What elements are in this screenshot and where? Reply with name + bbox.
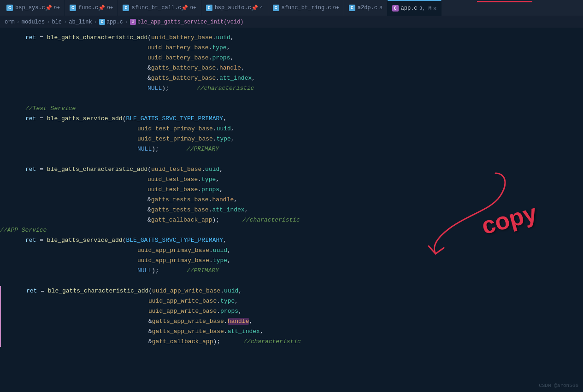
breadcrumb: orm › modules › ble › ab_link › C app.c …	[0, 16, 583, 28]
tab-label: sfunc_bt_call.c	[131, 5, 181, 11]
c-icon: C	[6, 5, 13, 11]
code-line-highlight: uuid_app_write_base.type,	[0, 296, 583, 306]
line-content: uuid_battery_base.type,	[0, 43, 578, 53]
tab-count: 3, M	[419, 6, 431, 11]
code-line-highlight: uuid_app_write_base.props,	[0, 306, 583, 316]
code-line	[0, 276, 583, 286]
pin-icon: 📌	[45, 5, 52, 12]
line-content	[0, 276, 578, 286]
c-icon: C	[273, 5, 279, 11]
tab-count: 9+	[333, 5, 339, 11]
line-content: //Test Service	[0, 104, 578, 114]
code-line: NULL);//PRIMARY	[0, 266, 583, 276]
code-line: ret = ble_gatts_characteristic_add(uuid_…	[0, 164, 583, 175]
line-content	[0, 154, 578, 164]
tab-label: bsp_sys.c	[15, 5, 45, 11]
close-icon[interactable]: ✕	[433, 5, 436, 12]
line-content: ret = ble_gatts_characteristic_add(uuid_…	[1, 286, 578, 296]
code-line: &gatts_tests_base.att_index,	[0, 205, 583, 215]
tab-label: app.c	[401, 5, 418, 12]
code-line: &gatt_callback_app);//characteristic	[0, 215, 583, 225]
code-line: &gatts_tests_base.handle,	[0, 195, 583, 205]
code-line	[0, 94, 583, 104]
tab-func[interactable]: C func.c 📌 9+	[65, 0, 118, 16]
line-content: uuid_app_primay_base.uuid,	[0, 246, 578, 256]
code-line: &gatts_battery_base.att_index,	[0, 73, 583, 83]
line-content: uuid_test_primay_base.uuid,	[0, 124, 578, 134]
line-content: &gatt_callback_app);//characteristic	[1, 337, 578, 347]
code-line: uuid_test_primay_base.uuid,	[0, 124, 583, 134]
line-content: &gatts_app_write_base.handle,	[1, 316, 578, 327]
watermark: CSDN @aron566	[539, 383, 578, 388]
tab-label: a2dp.c	[358, 5, 377, 11]
breadcrumb-app-c: app.c	[106, 19, 123, 25]
tab-count: 3	[379, 5, 383, 11]
line-content: uuid_test_base.type,	[0, 175, 578, 185]
breadcrumb-sep: ›	[64, 19, 67, 25]
code-line-highlight: &gatts_app_write_base.att_index,	[0, 327, 583, 337]
code-line: uuid_test_base.type,	[0, 175, 583, 185]
line-content: ret = ble_gatts_characteristic_add(uuid_…	[0, 164, 578, 175]
breadcrumb-sep: ›	[47, 19, 50, 25]
line-content: ret = ble_gatts_service_add(BLE_GATTS_SR…	[0, 235, 578, 246]
tab-count: 9+	[54, 5, 60, 11]
code-line-selected: &gatts_app_write_base.handle,	[0, 316, 583, 327]
code-line: ret = ble_gatts_service_add(BLE_GATTS_SR…	[0, 114, 583, 124]
code-line: uuid_test_primay_base.type,	[0, 134, 583, 144]
code-line	[0, 154, 583, 164]
line-content: &gatts_app_write_base.att_index,	[1, 327, 578, 337]
tab-bsp-audio[interactable]: C bsp_audio.c 📌 4	[201, 0, 268, 16]
line-content: uuid_battery_base.props,	[0, 53, 578, 63]
line-content: uuid_test_primay_base.type,	[0, 134, 578, 144]
tab-count: 4	[260, 5, 263, 11]
code-line-highlight: ret = ble_gatts_characteristic_add(uuid_…	[0, 286, 583, 296]
line-content: //APP Service	[0, 225, 578, 235]
tab-sfunc-bt-ring[interactable]: C sfunc_bt_ring.c 9+	[268, 0, 344, 16]
breadcrumb-sep: ›	[94, 19, 97, 25]
line-content: uuid_app_write_base.type,	[1, 296, 578, 306]
c-icon: C	[70, 5, 76, 11]
line-content: &gatts_battery_base.handle,	[0, 63, 578, 73]
line-content: &gatts_tests_base.att_index,	[0, 205, 578, 215]
breadcrumb-sep: ›	[17, 19, 20, 25]
code-line: uuid_app_primay_base.type,	[0, 256, 583, 266]
line-content: &gatts_battery_base.att_index,	[0, 73, 578, 83]
line-content: uuid_test_base.props,	[0, 185, 578, 195]
c-icon: C	[349, 5, 355, 11]
code-line: uuid_app_primay_base.uuid,	[0, 246, 583, 256]
tab-count: 9+	[107, 5, 113, 11]
c-file-icon: C	[99, 19, 105, 25]
code-line: ret = ble_gatts_characteristic_add(uuid_…	[0, 33, 583, 43]
pin-icon: 📌	[251, 5, 258, 12]
line-content: NULL);//PRIMARY	[0, 144, 578, 154]
code-line: NULL);//characteristic	[0, 83, 583, 94]
code-line: uuid_battery_base.type,	[0, 43, 583, 53]
c-icon: C	[123, 5, 129, 11]
breadcrumb-orm: orm	[5, 19, 15, 25]
line-content: ret = ble_gatts_characteristic_add(uuid_…	[0, 33, 578, 43]
pin-icon: 📌	[98, 5, 105, 12]
line-content: uuid_app_primay_base.type,	[0, 256, 578, 266]
breadcrumb-modules: modules	[22, 19, 45, 25]
tab-a2dp[interactable]: C a2dp.c 3	[344, 0, 388, 16]
tab-indicator	[477, 1, 532, 2]
code-line-highlight: &gatt_callback_app);//characteristic	[0, 337, 583, 347]
line-content: &gatts_tests_base.handle,	[0, 195, 578, 205]
tab-app[interactable]: C app.c 3, M ✕	[388, 0, 442, 16]
code-line: //Test Service	[0, 104, 583, 114]
code-line: //APP Service	[0, 225, 583, 235]
line-content: NULL);//characteristic	[0, 83, 578, 94]
code-line: NULL);//PRIMARY	[0, 144, 583, 154]
breadcrumb-sep: ›	[125, 19, 128, 25]
code-line: uuid_test_base.props,	[0, 185, 583, 195]
tab-bsp-sys[interactable]: C bsp_sys.c 📌 9+	[2, 0, 65, 16]
tab-label: sfunc_bt_ring.c	[282, 5, 331, 11]
tab-sfunc-bt-call[interactable]: C sfunc_bt_call.c 📌 9+	[118, 0, 201, 16]
pin-icon: 📌	[181, 5, 188, 12]
func-icon: ⊙	[130, 19, 136, 25]
code-editor[interactable]: ret = ble_gatts_characteristic_add(uuid_…	[0, 28, 583, 392]
breadcrumb-ble: ble	[52, 19, 62, 25]
line-content: &gatt_callback_app);//characteristic	[0, 215, 578, 225]
line-content: ret = ble_gatts_service_add(BLE_GATTS_SR…	[0, 114, 578, 124]
tab-label: bsp_audio.c	[215, 5, 251, 11]
